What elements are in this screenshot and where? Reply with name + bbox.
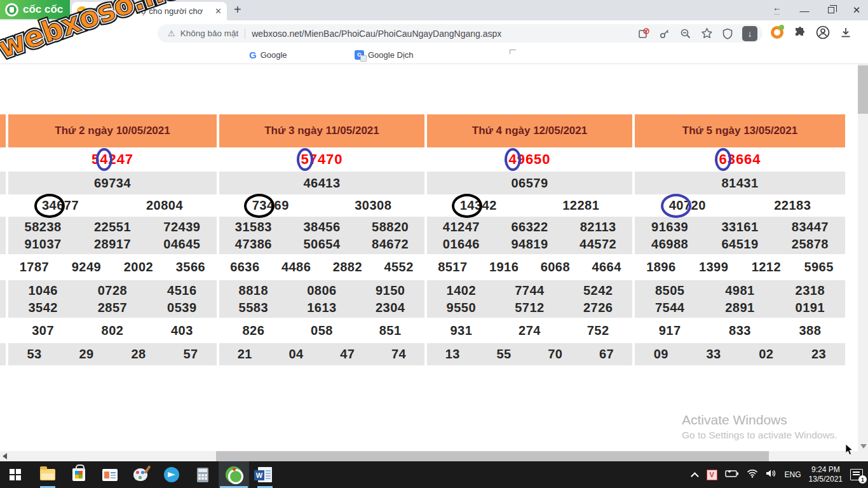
tab-close-icon[interactable]: ✕	[215, 6, 222, 16]
prize-number: 67	[599, 347, 614, 362]
scroll-down-arrow-icon[interactable]	[860, 444, 867, 449]
page-controls: Số bảng 5 Tạo phôi cầu	[0, 64, 868, 114]
prize-number: 34677	[42, 198, 79, 213]
horizontal-scrollbar[interactable]	[0, 451, 858, 461]
clipped-row	[0, 318, 6, 343]
download-active-icon[interactable]: ↓	[742, 26, 757, 41]
black-circle-annotation	[244, 194, 275, 218]
wifi-icon[interactable]	[747, 469, 758, 480]
browser-tab[interactable]: XS Công cụ hỗ trợ cho người chơ ✕	[72, 2, 227, 20]
prize-number: 8517	[438, 260, 468, 274]
windows-logo-icon	[10, 469, 21, 480]
unikey-icon[interactable]: V	[707, 470, 717, 480]
prize-number: 84672	[372, 237, 409, 252]
session-restore-icon[interactable]: ← …	[763, 0, 792, 20]
vertical-scrollbar-thumb[interactable]	[858, 65, 868, 114]
prize-number: 28917	[94, 237, 131, 252]
bookmark-star-icon[interactable]	[700, 27, 713, 40]
window-minimize-button[interactable]: —	[792, 0, 817, 20]
second-prize-row: 7346930308	[219, 194, 424, 217]
prize-number: 73469	[252, 198, 289, 213]
key-icon[interactable]	[658, 27, 671, 40]
first-prize-row: 69734	[8, 172, 217, 194]
taskbar-coccoc-active[interactable]	[219, 461, 249, 488]
bookmark-google[interactable]: G Google	[249, 50, 287, 60]
forward-button[interactable]: →	[37, 27, 49, 41]
taskbar-office-app[interactable]	[95, 461, 125, 488]
clipped-row	[0, 194, 6, 217]
prize-number: 2304	[376, 301, 405, 315]
horizontal-scrollbar-thumb[interactable]	[216, 451, 769, 461]
taskbar-file-explorer[interactable]	[32, 461, 63, 488]
window-close-button[interactable]: ✕	[845, 0, 868, 20]
prize-number: 91037	[25, 237, 62, 252]
prize-number: 802	[102, 323, 124, 338]
fifth-prize-row: 850549812318754428910191	[635, 280, 845, 318]
prize-number: 2882	[333, 260, 363, 274]
table-date-header: Thứ 2 ngày 10/05/2021	[8, 114, 217, 147]
prize-number: 058	[311, 323, 333, 338]
google-icon: G	[249, 50, 257, 60]
back-button[interactable]: ←	[11, 27, 24, 41]
popup-blocked-icon[interactable]	[637, 27, 650, 40]
seventh-prize-row: 53292857	[8, 343, 217, 365]
fourth-prize-row: 1787924920023566	[8, 254, 217, 280]
taskbar-clock[interactable]: 9:24 PM 13/5/2021	[809, 465, 843, 484]
taskbar-word[interactable]	[250, 461, 280, 488]
prize-number: 04645	[163, 237, 200, 252]
seventh-prize-row: 13557067	[427, 343, 632, 365]
table-date-header: Thứ 5 ngày 13/05/2021	[635, 114, 845, 147]
first-prize-row: 06579	[427, 172, 632, 194]
taskbar-microsoft-store[interactable]	[64, 461, 94, 488]
prize-number: 4516	[167, 283, 197, 298]
prize-number: 57470	[301, 151, 342, 168]
prize-number: 57	[183, 347, 198, 362]
prize-number: 04	[289, 347, 304, 362]
prize-number: 28	[131, 347, 146, 362]
screen: cốc cốc XS Công cụ hỗ trợ cho người chơ …	[0, 0, 868, 488]
address-bar[interactable]: ⚠ Không bảo mật webxoso.net/MienBac/Phoi…	[158, 24, 763, 43]
fifth-prize-row: 881808069150558316132304	[219, 280, 424, 318]
speaker-icon[interactable]	[766, 469, 777, 480]
taskbar-telegram[interactable]	[156, 461, 187, 488]
prize-number: 44572	[580, 237, 616, 252]
prize-number: 81431	[721, 176, 758, 191]
prize-number: 74	[391, 347, 406, 362]
coccoc-browser-icon	[226, 466, 242, 483]
language-indicator[interactable]: ENG	[785, 470, 801, 479]
prize-number: 70	[548, 347, 562, 362]
vertical-scrollbar[interactable]	[858, 64, 868, 461]
new-tab-button[interactable]: +	[234, 3, 241, 17]
prize-number: 0728	[98, 283, 128, 298]
prize-number: 7544	[655, 301, 685, 315]
window-restore-button[interactable]	[818, 0, 844, 20]
fifth-prize-row: 104607284516354228570539	[8, 280, 217, 318]
action-center-icon[interactable]: 1	[850, 469, 863, 480]
prize-number: 12281	[562, 198, 599, 213]
downloads-tray-icon[interactable]	[839, 25, 853, 39]
extensions-puzzle-icon[interactable]	[793, 25, 807, 39]
scroll-left-arrow-icon[interactable]	[3, 453, 7, 459]
taskbar-paint[interactable]	[125, 461, 156, 488]
partial-favicon-mark	[510, 50, 516, 54]
bookmark-google-translate[interactable]: G Google Dịch	[355, 50, 414, 60]
start-button[interactable]	[0, 461, 31, 488]
bookmark-label: Google Dịch	[368, 50, 414, 60]
taskbar-calculator[interactable]	[187, 461, 218, 488]
prize-number: 23	[811, 347, 826, 362]
prize-number: 6068	[541, 260, 571, 274]
shield-icon[interactable]	[721, 27, 734, 40]
tray-chevron-up-icon[interactable]	[691, 472, 699, 480]
clipped-row	[0, 280, 6, 318]
prize-number: 851	[379, 323, 402, 338]
sixth-prize-row: 917833388	[635, 318, 845, 343]
profile-avatar-icon[interactable]	[816, 25, 830, 39]
prize-number: 4664	[592, 260, 621, 274]
battery-icon[interactable]	[725, 469, 739, 480]
sixth-prize-row: 826058851	[219, 318, 424, 343]
fourth-prize-row: 8517191660684664	[427, 254, 632, 280]
prize-number: 9150	[376, 283, 405, 298]
coccoc-savior-icon[interactable]	[770, 25, 784, 39]
sixth-prize-row: 307802403	[8, 318, 217, 343]
zoom-out-icon[interactable]	[679, 27, 692, 40]
